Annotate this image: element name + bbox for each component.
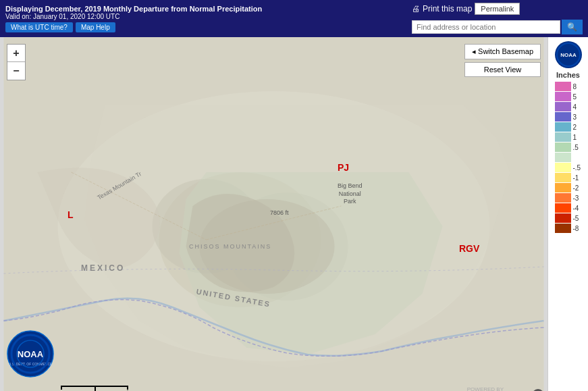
legend-row: .5 bbox=[555, 142, 582, 152]
legend-row: -.5 bbox=[555, 163, 582, 172]
legend-color-swatch bbox=[555, 132, 571, 142]
legend-row: -3 bbox=[555, 193, 582, 203]
legend-color-swatch bbox=[555, 102, 571, 111]
legend-row: -2 bbox=[555, 183, 582, 192]
legend-row: -8 bbox=[555, 224, 582, 233]
legend-color-swatch bbox=[555, 224, 571, 233]
switch-basemap-button[interactable]: ◂ Switch Basemap bbox=[464, 44, 541, 59]
legend-color-swatch bbox=[555, 112, 571, 122]
header-right: 🖨 Print this map Permalink 🔍 bbox=[412, 3, 583, 34]
elevation-label: 7806 ft bbox=[270, 209, 289, 216]
legend-label: -4 bbox=[573, 205, 579, 212]
scale-midpoint bbox=[95, 387, 96, 391]
print-label: Print this map bbox=[423, 4, 472, 14]
legend-title: Inches bbox=[556, 71, 580, 79]
legend-label: -1 bbox=[573, 174, 579, 182]
header-buttons: What is UTC time? Map Help bbox=[5, 22, 412, 32]
legend-label: -.5 bbox=[573, 164, 581, 172]
l-label: L bbox=[68, 209, 74, 220]
search-row: 🔍 bbox=[412, 20, 583, 34]
legend-label: 2 bbox=[573, 124, 577, 131]
legend-row: 8 bbox=[555, 82, 582, 91]
color-bar: 854321.5-.5-1-2-3-4-5-8 bbox=[555, 82, 582, 234]
legend-color-swatch bbox=[555, 82, 571, 91]
noaa-logo: NOAA U.S. DEPT. OF COMMERCE bbox=[7, 330, 54, 377]
legend-color-swatch bbox=[555, 193, 571, 203]
legend-label: -2 bbox=[573, 184, 579, 192]
pj-label: PJ bbox=[338, 162, 349, 173]
legend-row: -5 bbox=[555, 213, 582, 223]
legend-color-swatch bbox=[555, 153, 571, 162]
header: Displaying December, 2019 Monthly Depart… bbox=[0, 0, 588, 37]
svg-text:NOAA: NOAA bbox=[560, 52, 577, 58]
legend-color-swatch bbox=[555, 213, 571, 223]
legend-color-swatch bbox=[555, 203, 571, 213]
search-button[interactable]: 🔍 bbox=[562, 20, 583, 34]
zoom-in-button[interactable]: + bbox=[7, 45, 25, 62]
legend-row: 2 bbox=[555, 122, 582, 132]
permalink-button[interactable]: Permalink bbox=[475, 3, 520, 15]
search-input[interactable] bbox=[412, 20, 560, 34]
legend-color-swatch bbox=[555, 163, 571, 172]
legend-row: 1 bbox=[555, 132, 582, 142]
mexico-label: MEXICO bbox=[81, 263, 125, 273]
map-help-button[interactable]: Map Help bbox=[76, 22, 115, 32]
rgv-label: RGV bbox=[459, 243, 479, 254]
legend-row: 3 bbox=[555, 112, 582, 122]
printer-icon: 🖨 bbox=[412, 4, 420, 14]
esri-powered: POWERED BY bbox=[467, 386, 504, 391]
legend: NOAA Inches 854321.5-.5-1-2-3-4-5-8 bbox=[547, 37, 588, 391]
reset-view-button[interactable]: Reset View bbox=[464, 62, 541, 77]
noaa-legend-icon: NOAA bbox=[554, 41, 583, 69]
main-content: PJ L RGV Big BendNationalPark 7806 ft CH… bbox=[0, 37, 588, 391]
legend-label: 1 bbox=[573, 134, 577, 141]
legend-label: -5 bbox=[573, 215, 579, 222]
zoom-out-button[interactable]: − bbox=[7, 62, 25, 80]
big-bend-label: Big BendNationalPark bbox=[338, 182, 363, 206]
legend-label: 8 bbox=[573, 83, 577, 90]
valid-date: Valid on: January 01, 2020 12:00 UTC bbox=[5, 13, 412, 20]
legend-color-swatch bbox=[555, 142, 571, 152]
legend-label: 4 bbox=[573, 103, 577, 111]
legend-row: -1 bbox=[555, 173, 582, 182]
map-title: Displaying December, 2019 Monthly Depart… bbox=[5, 5, 412, 13]
chisos-label: CHISOS MOUNTAINS bbox=[189, 243, 271, 250]
legend-label: .5 bbox=[573, 144, 579, 151]
scale-bar: 0 5 10mi bbox=[61, 386, 128, 391]
legend-row: 5 bbox=[555, 92, 582, 101]
legend-color-swatch bbox=[555, 122, 571, 132]
legend-label: -3 bbox=[573, 194, 579, 202]
legend-color-swatch bbox=[555, 173, 571, 182]
zoom-controls: + − bbox=[7, 44, 26, 80]
svg-text:NOAA: NOAA bbox=[18, 349, 44, 359]
legend-row: -4 bbox=[555, 203, 582, 213]
map-controls-top: ◂ Switch Basemap Reset View bbox=[464, 44, 541, 77]
scale-line bbox=[61, 386, 128, 390]
legend-row: 4 bbox=[555, 102, 582, 111]
map-container[interactable]: PJ L RGV Big BendNationalPark 7806 ft CH… bbox=[0, 37, 547, 391]
legend-row bbox=[555, 153, 582, 162]
legend-label: -8 bbox=[573, 225, 579, 232]
legend-color-swatch bbox=[555, 183, 571, 192]
legend-label: 5 bbox=[573, 93, 577, 101]
header-left: Displaying December, 2019 Monthly Depart… bbox=[5, 5, 412, 32]
legend-color-swatch bbox=[555, 92, 571, 101]
utc-button[interactable]: What is UTC time? bbox=[5, 22, 73, 32]
legend-label: 3 bbox=[573, 113, 577, 121]
print-link[interactable]: 🖨 Print this map bbox=[412, 4, 472, 14]
search-container: 🖨 Print this map Permalink 🔍 bbox=[412, 3, 583, 34]
